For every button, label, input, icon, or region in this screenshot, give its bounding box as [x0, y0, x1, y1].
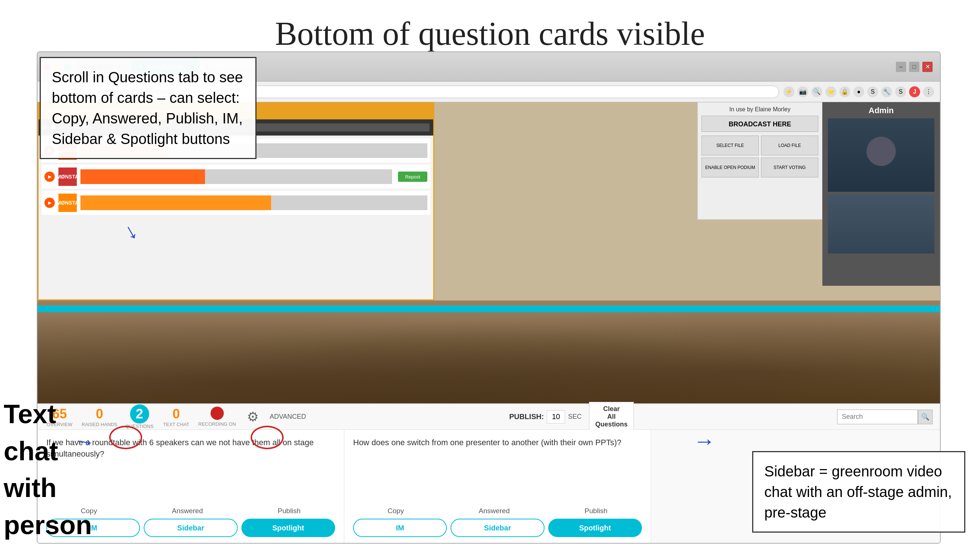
- clear-all-button[interactable]: Clear All Questions: [589, 402, 634, 432]
- arrow-to-im: →: [71, 427, 97, 455]
- stat-questions-number: 2: [130, 405, 149, 424]
- sc-track-3: ▶ MØNSTA: [41, 191, 430, 215]
- sc-logo-2: MØNSTA: [59, 167, 77, 186]
- stat-questions[interactable]: 2 QUESTIONS: [125, 405, 154, 429]
- broadcast-panel: In use by Elaine Morley BROADCAST HERE S…: [697, 102, 822, 220]
- toolbar-icons: ⚡ 📷 🔍 ⭐ 🔒 ● S 🔧 S J ⋮: [783, 86, 934, 97]
- question-2-actions: Copy Answered Publish: [353, 507, 642, 515]
- menu-icon[interactable]: ⋮: [923, 86, 934, 97]
- stat-questions-label: QUESTIONS: [125, 424, 154, 429]
- clear-label-1: Clear: [603, 405, 620, 413]
- advanced-button[interactable]: ⚙: [243, 407, 262, 427]
- sc-track-2: ▶ MØNSTA Repost: [41, 165, 430, 189]
- start-voting-button[interactable]: START VOTING: [761, 157, 818, 178]
- sc-play-3[interactable]: ▶: [45, 198, 55, 208]
- stat-raised-hands-label: RAISED HANDS: [81, 422, 118, 427]
- in-use-label: In use by Elaine Morley: [702, 106, 818, 113]
- search-container: 🔍: [837, 410, 932, 424]
- audience-background: [38, 300, 940, 403]
- advanced-label: ADVANCED: [270, 413, 306, 421]
- extension-icon-7[interactable]: S: [867, 86, 878, 97]
- annotation-box-left: Scroll in Questions tab to see bottom of…: [40, 57, 256, 159]
- stat-text-chat-number: 0: [173, 406, 180, 422]
- search-icon: 🔍: [921, 413, 929, 421]
- sc-repost-btn[interactable]: Repost: [398, 171, 427, 182]
- question-2-buttons: IM Sidebar Spotlight: [353, 519, 642, 537]
- stat-text-chat: 0 TEXT CHAT: [162, 406, 191, 427]
- extension-icon-9[interactable]: S: [895, 86, 906, 97]
- admin-video-2: [828, 195, 934, 254]
- sc-waveform-2: [81, 169, 392, 184]
- clear-label-2: All: [608, 413, 616, 421]
- sidebar-button-2[interactable]: Sidebar: [450, 519, 544, 537]
- publish-number[interactable]: 10: [547, 410, 565, 424]
- publish-action-1[interactable]: Publish: [278, 507, 301, 515]
- toolbar-stats-row: 65 OVERVIEW 0 RAISED HANDS 2 QUESTIONS 0…: [38, 404, 940, 430]
- sc-logo-3: MØNSTA: [59, 194, 77, 212]
- extension-icon-8[interactable]: 🔧: [881, 86, 892, 97]
- extension-icon-6[interactable]: ●: [853, 86, 864, 97]
- question-card-2: How does one switch from one presenter t…: [344, 430, 651, 543]
- admin-label: Admin: [869, 106, 894, 115]
- annotation-left-text: Scroll in Questions tab to see bottom of…: [52, 69, 243, 147]
- extension-icon-5[interactable]: 🔒: [839, 86, 850, 97]
- gear-icon: ⚙: [247, 409, 259, 425]
- extension-icon-1[interactable]: ⚡: [783, 86, 794, 97]
- people-blur: [38, 300, 940, 403]
- stat-raised-hands: 0 RAISED HANDS: [81, 406, 118, 427]
- extension-icon-2[interactable]: 📷: [797, 86, 808, 97]
- publish-area: PUBLISH: 10 SEC: [509, 410, 582, 424]
- record-icon: [210, 407, 224, 420]
- sec-label: SEC: [568, 413, 582, 421]
- spotlight-button-2[interactable]: Spotlight: [548, 519, 642, 537]
- minimize-button[interactable]: –: [896, 62, 906, 72]
- annotation-box-sidebar: Sidebar = greenroom video chat with an o…: [752, 451, 965, 533]
- broadcast-buttons: SELECT FILE LOAD FILE ENABLE OPEN PODIUM…: [702, 135, 818, 178]
- search-button[interactable]: 🔍: [918, 410, 932, 424]
- clear-label-3: Questions: [595, 421, 628, 428]
- answered-action-2[interactable]: Answered: [479, 507, 510, 515]
- profile-icon[interactable]: J: [909, 86, 920, 97]
- spotlight-button-1[interactable]: Spotlight: [242, 519, 335, 537]
- select-file-button[interactable]: SELECT FILE: [702, 135, 759, 156]
- question-text-2: How does one switch from one presenter t…: [353, 437, 642, 502]
- publish-label: PUBLISH:: [509, 413, 544, 421]
- admin-panel: Admin: [822, 102, 940, 286]
- maximize-button[interactable]: □: [909, 62, 920, 72]
- broadcast-here-button[interactable]: BROADCAST HERE: [702, 116, 818, 132]
- sc-waveform-3: [81, 195, 427, 210]
- enable-open-podium-button[interactable]: ENABLE OPEN PODIUM: [702, 157, 759, 178]
- recording-indicator: RECORDING ON: [199, 407, 236, 427]
- close-button[interactable]: ✕: [922, 62, 932, 72]
- stat-text-chat-label: TEXT CHAT: [163, 422, 189, 427]
- copy-action-2[interactable]: Copy: [388, 507, 404, 515]
- search-input[interactable]: [837, 410, 918, 424]
- recording-label: RECORDING ON: [199, 421, 236, 427]
- answered-action-1[interactable]: Answered: [172, 507, 203, 515]
- sidebar-button-1[interactable]: Sidebar: [144, 519, 237, 537]
- admin-video-1: [828, 118, 934, 192]
- im-button-2[interactable]: IM: [353, 519, 447, 537]
- annotation-text-chat: Textchatwithperson: [0, 392, 66, 547]
- stat-raised-hands-number: 0: [96, 406, 103, 422]
- publish-action-2[interactable]: Publish: [585, 507, 608, 515]
- load-file-button[interactable]: LOAD FILE: [761, 135, 818, 156]
- browser-window-controls: – □ ✕: [896, 62, 932, 72]
- extension-icon-3[interactable]: 🔍: [811, 86, 822, 97]
- arrow-to-sidebar: →: [694, 428, 716, 454]
- sidebar-annotation-text: Sidebar = greenroom video chat with an o…: [764, 463, 952, 521]
- sc-play-2[interactable]: ▶: [45, 171, 55, 182]
- teal-divider: [38, 306, 940, 312]
- extension-icon-4[interactable]: ⭐: [825, 86, 836, 97]
